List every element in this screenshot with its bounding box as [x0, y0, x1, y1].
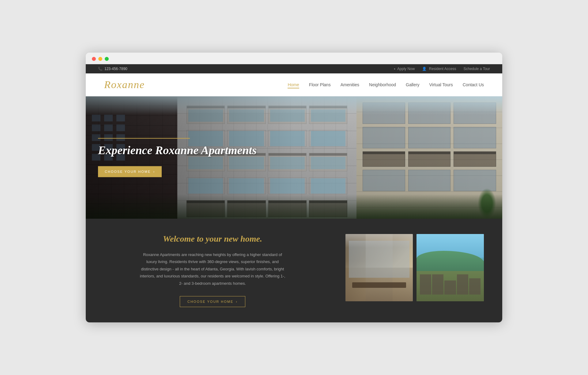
hero-section: Experience Roxanne Apartments CHOOSE YOU… [86, 96, 502, 219]
nav-links: Home Floor Plans Amenities Neighborhood … [288, 82, 484, 87]
browser-window: 📞 123-456-7890 ▪ Apply Now 👤 Resident Ac… [86, 53, 502, 322]
top-bar: 📞 123-456-7890 ▪ Apply Now 👤 Resident Ac… [86, 64, 502, 73]
schedule-tour-link[interactable]: Schedule a Tour [463, 67, 490, 71]
close-dot[interactable] [92, 57, 96, 61]
welcome-cta-button[interactable]: CHOOSE YOUR HOME › [180, 296, 245, 307]
resident-icon: 👤 [422, 67, 427, 71]
browser-chrome [86, 53, 502, 64]
top-bar-right: ▪ Apply Now 👤 Resident Access Schedule a… [394, 67, 490, 71]
hero-cta-button[interactable]: CHOOSE YOUR HOME › [98, 166, 162, 177]
resident-access-link[interactable]: 👤 Resident Access [422, 67, 456, 71]
welcome-text-area: Welcome to your new home. Roxanne Apartm… [104, 234, 333, 307]
top-bar-left: 📞 123-456-7890 [98, 67, 127, 71]
minimize-dot[interactable] [98, 57, 102, 61]
aerial-image [417, 234, 484, 301]
apply-now-link[interactable]: ▪ Apply Now [394, 67, 415, 71]
nav-item-amenities[interactable]: Amenities [341, 82, 359, 87]
hero-cta-arrow: › [153, 170, 155, 173]
nav-item-virtual-tours[interactable]: Virtual Tours [429, 82, 453, 87]
nav-item-neighborhood[interactable]: Neighborhood [369, 82, 396, 87]
navbar: Roxanne Home Floor Plans Amenities Neigh… [86, 73, 502, 96]
phone-number: 123-456-7890 [104, 67, 127, 71]
welcome-body: Roxanne Apartments are reaching new heig… [139, 251, 286, 287]
phone-icon: 📞 [98, 67, 103, 71]
nav-item-floorplans[interactable]: Floor Plans [309, 82, 331, 87]
maximize-dot[interactable] [105, 57, 109, 61]
welcome-section: Welcome to your new home. Roxanne Apartm… [86, 219, 502, 322]
welcome-images [345, 234, 484, 301]
hero-content: Experience Roxanne Apartments CHOOSE YOU… [98, 138, 257, 177]
welcome-cta-arrow: › [236, 300, 238, 303]
apply-icon: ▪ [394, 67, 395, 71]
hero-title: Experience Roxanne Apartments [98, 143, 257, 158]
hero-cta-label: CHOOSE YOUR HOME [105, 170, 151, 173]
nav-item-gallery[interactable]: Gallery [406, 82, 419, 87]
welcome-cta-label: CHOOSE YOUR HOME [187, 300, 233, 303]
welcome-title: Welcome to your new home. [104, 234, 321, 244]
nav-item-contact[interactable]: Contact Us [463, 82, 484, 87]
nav-item-home[interactable]: Home [288, 82, 299, 87]
interior-image [345, 234, 413, 301]
hero-border-line [98, 138, 190, 139]
site-logo[interactable]: Roxanne [104, 79, 145, 91]
